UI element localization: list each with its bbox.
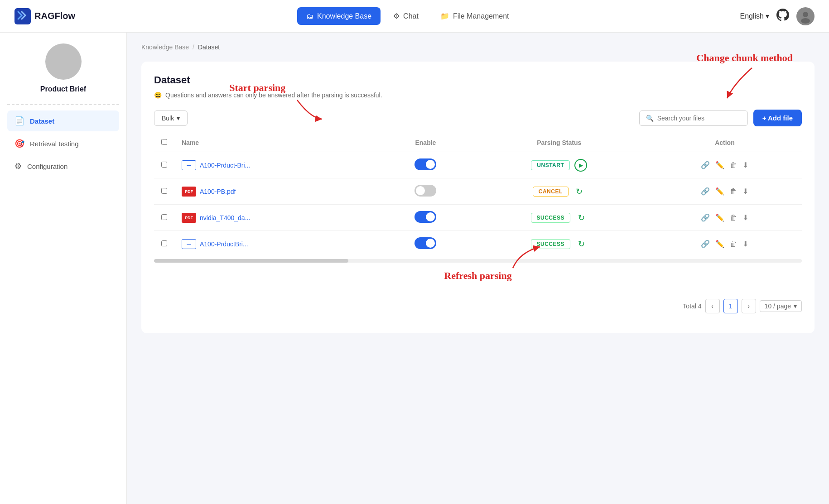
header-right: English ▾ [740,7,815,25]
doc-file-icon: — [182,239,196,249]
sidebar-item-dataset[interactable]: 📄 Dataset [7,110,119,131]
page-1-button[interactable]: 1 [723,299,738,313]
select-all-checkbox[interactable] [161,139,167,145]
enable-toggle-1[interactable] [414,158,436,170]
file-name-2[interactable]: A100-PB.pdf [200,188,236,195]
hint-emoji: 😄 [154,91,162,99]
file-cell: —A100-PrductBri... [182,239,373,249]
change-chunk-method-annotation: Change chunk method [696,52,793,64]
chat-nav-icon: ⚙ [393,12,400,20]
github-icon[interactable] [776,9,789,24]
download-icon-1[interactable]: ⬇ [742,161,748,169]
bulk-chevron-icon: ▾ [177,115,180,122]
table-scrollbar-thumb[interactable] [154,259,348,263]
row-checkbox-2[interactable] [161,188,167,194]
language-selector[interactable]: English ▾ [740,12,769,20]
table-row: PDFnvidia_T400_da... SUCCESS ↻ 🔗 ✏️ 🗑 ⬇ [154,205,802,231]
app-name: RAGFlow [34,11,75,21]
col-parsing-status: Parsing Status [471,134,648,152]
delete-icon-1[interactable]: 🗑 [730,161,737,169]
download-icon-2[interactable]: ⬇ [742,187,748,196]
nav-knowledge-base[interactable]: 🗂 Knowledge Base [297,7,381,25]
header: RAGFlow 🗂 Knowledge Base ⚙ Chat 📁 File M… [0,0,829,33]
language-label: English [740,12,764,20]
sidebar-item-configuration-label: Configuration [27,163,67,170]
prev-page-button[interactable]: ‹ [705,299,720,313]
sidebar-item-retrieval-testing[interactable]: 🎯 Retrieval testing [7,133,119,154]
dataset-icon: 📄 [14,116,24,126]
refresh-parse-icon-3[interactable]: ↻ [575,211,588,224]
delete-icon-4[interactable]: 🗑 [730,240,737,248]
breadcrumb-dataset: Dataset [198,43,220,51]
file-name-4[interactable]: A100-PrductBri... [200,240,248,248]
table-scrollbar[interactable] [154,259,802,263]
enable-toggle-4[interactable] [414,237,436,249]
enable-toggle-2[interactable] [414,185,436,197]
file-management-nav-icon: 📁 [440,12,449,20]
file-cell: PDFnvidia_T400_da... [182,213,373,223]
layout: Product Brief 📄 Dataset 🎯 Retrieval test… [0,33,829,504]
toolbar-left: Bulk ▾ Start parsing [154,110,193,126]
edit-icon-2[interactable]: ✏️ [715,187,724,196]
col-enable: Enable [381,134,471,152]
download-icon-3[interactable]: ⬇ [742,213,748,222]
toolbar-right: 🔍 + Add file [639,110,802,126]
breadcrumb: Knowledge Base / Dataset [141,43,815,51]
refresh-parse-icon-4[interactable]: ↻ [575,238,588,250]
pdf-file-icon: PDF [182,213,196,223]
link-icon-3[interactable]: 🔗 [701,213,710,222]
edit-icon-1[interactable]: ✏️ [715,161,724,169]
dataset-section: Dataset 😄 Questions and answers can only… [141,62,815,333]
bulk-label: Bulk [162,115,174,122]
svg-point-1 [803,12,808,17]
file-cell: PDFA100-PB.pdf [182,187,373,197]
enable-toggle-3[interactable] [414,211,436,223]
download-icon-4[interactable]: ⬇ [742,240,748,248]
status-badge-4: SUCCESS [531,239,571,249]
ragflow-logo-icon [14,8,31,24]
kb-avatar [45,43,82,80]
link-icon-4[interactable]: 🔗 [701,240,710,248]
action-group-4: 🔗 ✏️ 🗑 ⬇ [655,240,795,248]
delete-icon-3[interactable]: 🗑 [730,214,737,222]
next-page-button[interactable]: › [742,299,756,313]
breadcrumb-knowledge-base[interactable]: Knowledge Base [141,43,189,51]
per-page-selector[interactable]: 10 / page ▾ [760,300,802,312]
nav-file-management[interactable]: 📁 File Management [431,7,518,25]
table-row: —A100-PrductBri... SUCCESS ↻ 🔗 ✏️ 🗑 ⬇ [154,231,802,257]
delete-icon-2[interactable]: 🗑 [730,187,737,196]
kb-name: Product Brief [40,85,86,93]
link-icon-1[interactable]: 🔗 [701,161,710,169]
edit-icon-4[interactable]: ✏️ [715,240,724,248]
start-parsing-arrow [293,96,329,123]
logo-area: RAGFlow [14,8,75,24]
play-parse-icon-1[interactable]: ▶ [574,159,587,172]
bulk-button[interactable]: Bulk ▾ [154,110,188,126]
search-input[interactable] [657,115,741,122]
action-group-3: 🔗 ✏️ 🗑 ⬇ [655,213,795,222]
kb-avatar-section: Product Brief [7,43,119,93]
nav-chat-label: Chat [403,12,419,20]
dataset-title: Dataset [154,74,802,86]
action-group-1: 🔗 ✏️ 🗑 ⬇ [655,161,795,169]
user-avatar[interactable] [796,7,815,25]
row-checkbox-3[interactable] [161,214,167,220]
nav-chat[interactable]: ⚙ Chat [384,7,428,25]
doc-file-icon: — [182,160,196,170]
add-file-button[interactable]: + Add file [753,110,802,126]
link-icon-2[interactable]: 🔗 [701,187,710,196]
refresh-parse-icon-2[interactable]: ↻ [573,185,586,198]
language-chevron-icon: ▾ [766,12,769,20]
table-body: —A100-Prduct-Bri... UNSTART ▶ 🔗 ✏️ 🗑 ⬇ P… [154,152,802,257]
file-name-1[interactable]: A100-Prduct-Bri... [200,162,250,169]
row-checkbox-1[interactable] [161,162,167,168]
sidebar-item-configuration[interactable]: ⚙ Configuration [7,156,119,177]
toolbar: Bulk ▾ Start parsing [154,110,802,126]
file-name-3[interactable]: nvidia_T400_da... [200,214,250,221]
main-nav: 🗂 Knowledge Base ⚙ Chat 📁 File Managemen… [297,7,518,25]
per-page-label: 10 / page [765,302,791,310]
row-checkbox-4[interactable] [161,240,167,246]
sidebar-item-retrieval-testing-label: Retrieval testing [30,140,79,148]
col-action: Action [648,134,802,152]
edit-icon-3[interactable]: ✏️ [715,213,724,222]
